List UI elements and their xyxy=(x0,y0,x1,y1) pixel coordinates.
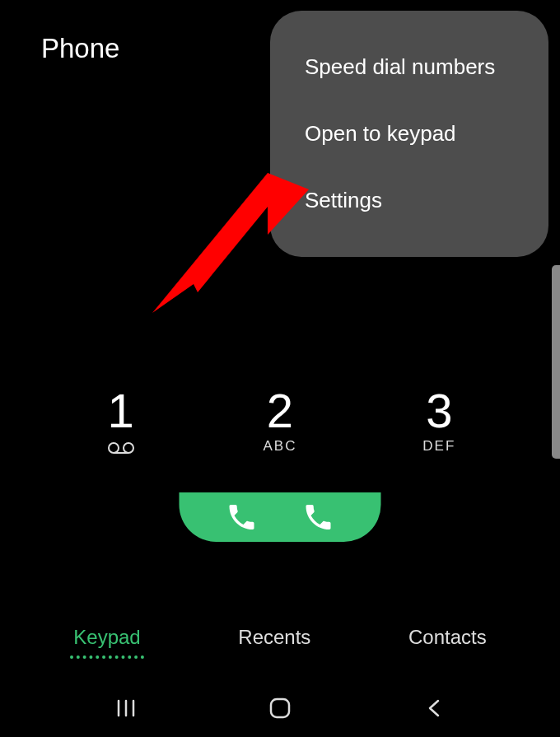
bottom-tabs: Keypad Recents Contacts xyxy=(0,619,560,659)
torn-edge-decoration xyxy=(0,469,560,494)
menu-item-open-keypad[interactable]: Open to keypad xyxy=(270,100,548,167)
nav-back-button[interactable] xyxy=(418,692,450,725)
tab-contacts[interactable]: Contacts xyxy=(405,619,490,659)
svg-rect-9 xyxy=(271,699,289,717)
key-letters: DEF xyxy=(422,438,455,455)
call-icon[interactable] xyxy=(301,501,334,534)
nav-recents-button[interactable] xyxy=(110,692,142,725)
keypad-row: 1 2 ABC 3 DEF xyxy=(0,387,560,455)
back-icon xyxy=(426,697,442,719)
svg-point-3 xyxy=(109,443,119,453)
overflow-menu: Speed dial numbers Open to keypad Settin… xyxy=(270,11,548,257)
call-icon[interactable] xyxy=(226,501,259,534)
key-digit: 2 xyxy=(267,387,293,435)
tab-recents[interactable]: Recents xyxy=(235,619,314,659)
voicemail-icon xyxy=(107,441,135,455)
home-icon xyxy=(268,696,292,721)
nav-home-button[interactable] xyxy=(264,692,296,725)
svg-point-4 xyxy=(124,443,133,453)
key-letters: ABC xyxy=(264,438,297,455)
key-digit: 1 xyxy=(108,387,134,435)
keypad-key-3[interactable]: 3 DEF xyxy=(390,387,488,455)
recents-icon xyxy=(115,697,137,719)
menu-item-speed-dial[interactable]: Speed dial numbers xyxy=(270,34,548,100)
tab-keypad[interactable]: Keypad xyxy=(70,619,143,659)
key-digit: 3 xyxy=(426,387,452,435)
keypad-key-1[interactable]: 1 xyxy=(72,387,170,455)
keypad-key-2[interactable]: 2 ABC xyxy=(231,387,329,455)
system-nav-bar xyxy=(0,679,560,737)
call-button-bar xyxy=(180,492,381,542)
menu-item-settings[interactable]: Settings xyxy=(270,167,548,234)
